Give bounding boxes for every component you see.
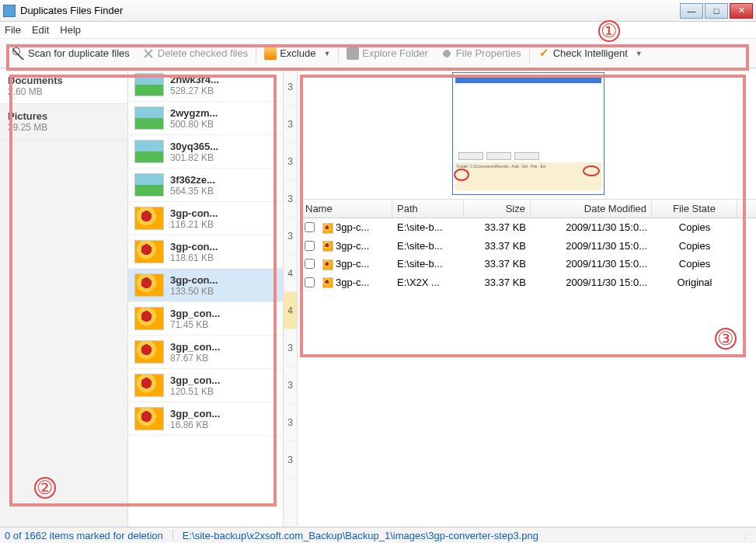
cell-date: 2009/11/30 15:0...	[531, 257, 652, 270]
file-item[interactable]: 3gp_con...120.51 KB	[128, 369, 283, 402]
cell-path: E:\site-b...	[392, 221, 464, 234]
toolbar: Scan for duplicate files Delete checked …	[0, 39, 756, 68]
file-thumbnail	[134, 173, 164, 197]
duplicate-count: 3	[284, 441, 297, 479]
file-info: 2nwk3r4...528.27 KB	[170, 74, 277, 96]
file-thumbnail	[134, 207, 164, 230]
file-info: 3gp-con...116.21 KB	[170, 207, 277, 230]
folder-panel: Documents 2.60 MB Pictures 39.25 MB	[0, 68, 128, 527]
folder-name: Documents	[8, 75, 120, 86]
file-name: 3gp_con...	[170, 374, 277, 386]
cell-name: 3gp-c...	[318, 276, 392, 290]
file-info: 3gp_con...87.67 KB	[170, 341, 277, 364]
separator	[529, 44, 530, 63]
folder-size: 2.60 MB	[8, 86, 120, 97]
duplicate-count: 3	[284, 106, 297, 143]
col-header-size[interactable]: Size	[464, 200, 531, 218]
row-checkbox[interactable]	[305, 241, 315, 251]
window-controls: — □ ✕	[680, 3, 753, 19]
duplicate-count: 3	[284, 68, 297, 106]
maximize-button[interactable]: □	[705, 3, 728, 19]
file-item[interactable]: 2wygzm...500.80 KB	[128, 102, 283, 135]
file-icon	[322, 259, 333, 270]
menu-help[interactable]: Help	[60, 24, 81, 36]
file-name: 3gp-con...	[170, 274, 277, 286]
file-icon	[322, 223, 333, 234]
delete-icon	[142, 47, 155, 60]
menu-edit[interactable]: Edit	[32, 24, 49, 36]
window-title: Duplicates Files Finder	[20, 5, 680, 16]
file-item[interactable]: 3gp-con...118.61 KB	[128, 235, 283, 269]
file-size: 564.35 KB	[170, 186, 277, 197]
cell-path: E:\X2X ...	[392, 276, 464, 289]
folder-item-documents[interactable]: Documents 2.60 MB	[0, 68, 127, 104]
row-checkbox[interactable]	[305, 277, 315, 287]
file-item[interactable]: 30yq365...301.82 KB	[128, 135, 283, 169]
folder-size: 39.25 MB	[8, 122, 120, 133]
scan-label: Scan for duplicate files	[28, 47, 130, 59]
file-name: 3f362ze...	[170, 174, 277, 186]
file-info: 3gp_con...71.45 KB	[170, 308, 277, 330]
file-item[interactable]: 3gp_con...87.67 KB	[128, 336, 283, 369]
detail-row[interactable]: 3gp-c...E:\site-b...33.37 KB2009/11/30 1…	[301, 255, 756, 273]
cell-path: E:\site-b...	[392, 257, 464, 270]
delete-checked-button[interactable]: Delete checked files	[136, 44, 254, 63]
file-info: 2wygzm...500.80 KB	[170, 107, 277, 130]
col-header-state[interactable]: File State	[652, 200, 737, 218]
exclude-button[interactable]: Exclude ▼	[258, 44, 336, 63]
explore-folder-button[interactable]: Explore Folder	[340, 44, 434, 63]
close-button[interactable]: ✕	[730, 3, 753, 19]
folder-name: Pictures	[8, 110, 120, 122]
detail-row[interactable]: 3gp-c...E:\site-b...33.37 KB2009/11/30 1…	[301, 218, 756, 237]
cell-date: 2009/11/30 15:0...	[531, 221, 652, 234]
explore-label: Explore Folder	[362, 47, 428, 59]
duplicate-count: 4	[284, 255, 297, 292]
col-header-date[interactable]: Date Modified	[531, 200, 652, 218]
col-header-path[interactable]: Path	[392, 200, 464, 218]
app-icon	[3, 5, 16, 17]
duplicate-count: 3	[284, 143, 297, 180]
file-name: 3gp_con...	[170, 308, 277, 319]
file-item[interactable]: 3gp-con...116.21 KB	[128, 202, 283, 235]
folder-icon	[264, 47, 277, 60]
status-file-path: E:\site-backup\x2xsoft.com_Backup\Backup…	[183, 530, 538, 541]
cell-path: E:\site-b...	[392, 239, 464, 252]
menu-file[interactable]: File	[5, 24, 21, 36]
file-item[interactable]: 3gp_con...16.86 KB	[128, 402, 283, 436]
file-thumbnail	[134, 140, 164, 163]
file-name: 3gp-con...	[170, 207, 277, 219]
file-item[interactable]: 2nwk3r4...528.27 KB	[128, 68, 283, 102]
cell-name: 3gp-c...	[318, 221, 392, 235]
cell-date: 2009/11/30 15:0...	[531, 239, 652, 252]
scan-button[interactable]: Scan for duplicate files	[6, 44, 136, 63]
duplicate-count: 3	[284, 367, 297, 404]
file-info: 3f362ze...564.35 KB	[170, 174, 277, 197]
file-info: 3gp_con...16.86 KB	[170, 408, 277, 430]
file-name: 2nwk3r4...	[170, 74, 277, 85]
file-item[interactable]: 3f362ze...564.35 KB	[128, 169, 283, 202]
file-properties-button[interactable]: File Properties	[434, 44, 528, 63]
file-item[interactable]: 3gp_con...71.45 KB	[128, 302, 283, 336]
detail-row[interactable]: 3gp-c...E:\site-b...33.37 KB2009/11/30 1…	[301, 237, 756, 256]
duplicate-count: 3	[284, 404, 297, 441]
file-size: 87.67 KB	[170, 353, 277, 364]
chevron-down-icon: ▼	[636, 50, 643, 57]
folder-item-pictures[interactable]: Pictures 39.25 MB	[0, 104, 127, 140]
chevron-down-icon: ▼	[323, 50, 330, 57]
file-info: 3gp-con...118.61 KB	[170, 241, 277, 263]
minimize-button[interactable]: —	[680, 3, 703, 19]
detail-row[interactable]: 3gp-c...E:\X2X ...33.37 KB2009/11/30 15:…	[301, 273, 756, 292]
col-header-name[interactable]: Name	[301, 200, 392, 218]
row-checkbox[interactable]	[305, 222, 315, 232]
file-thumbnail	[134, 374, 164, 397]
file-item[interactable]: 3gp-con...133.50 KB	[128, 269, 283, 302]
cell-size: 33.37 KB	[464, 276, 531, 289]
file-size: 118.61 KB	[170, 252, 277, 263]
file-thumbnail	[134, 273, 164, 297]
duplicate-count-column: 33333443333	[284, 68, 298, 527]
check-intelligent-button[interactable]: Check Intelligent ▼	[531, 44, 649, 63]
row-checkbox[interactable]	[305, 259, 315, 269]
file-info: 30yq365...301.82 KB	[170, 141, 277, 163]
statusbar: 0 of 1662 items marked for deletion E:\s…	[0, 527, 756, 543]
resize-grip[interactable]: ⋰	[744, 531, 751, 540]
